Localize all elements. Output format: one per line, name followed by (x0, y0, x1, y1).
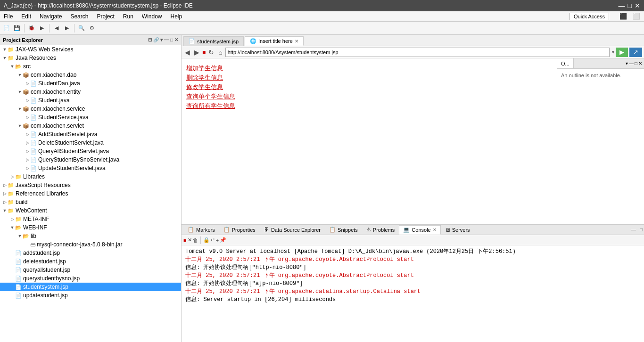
tree-item[interactable]: ▼📁JAX-WS Web Services (0, 45, 181, 54)
tree-arrow-icon[interactable]: ▷ (25, 157, 30, 162)
back-nav-btn[interactable]: ◀ (183, 48, 191, 57)
tab-properties[interactable]: 📋 Properties (219, 225, 260, 235)
menu-help[interactable]: Help (169, 13, 184, 20)
tree-arrow-icon[interactable]: ▼ (17, 90, 23, 94)
menu-file[interactable]: File (2, 13, 15, 20)
run-btn[interactable]: ▶ (37, 24, 47, 33)
tree-arrow-icon[interactable]: ▷ (2, 200, 8, 204)
console-close-icon[interactable]: ✕ (433, 227, 437, 232)
tree-item[interactable]: 📄updatestudent.jsp (0, 291, 181, 300)
tree-item[interactable]: ▼📂WEB-INF (0, 223, 181, 232)
tab-outline[interactable]: O... (557, 58, 574, 68)
tree-arrow-icon[interactable]: ▼ (9, 225, 15, 230)
debug-btn[interactable]: 🐞 (27, 24, 36, 33)
titlebar-controls[interactable]: — □ ✕ (619, 2, 640, 9)
menu-window[interactable]: Window (140, 13, 164, 20)
tab-markers[interactable]: 📋 Markers (183, 225, 219, 235)
open-perspective-icon[interactable]: ⬜ (631, 12, 642, 20)
tree-arrow-icon[interactable]: ▼ (17, 106, 23, 111)
tab-data-source-explorer[interactable]: 🗄 Data Source Explorer (260, 225, 325, 235)
tree-item[interactable]: ▼📁Java Resources (0, 54, 181, 62)
forward-btn[interactable]: ▶ (62, 24, 72, 33)
tree-item[interactable]: ▷📄StudentDao.java (0, 79, 181, 88)
tree-item[interactable]: ▷📄Student.java (0, 96, 181, 105)
remove-btn[interactable]: ✕ (188, 237, 192, 243)
go-btn[interactable]: ▶ (616, 48, 628, 57)
tab-insert-title[interactable]: 🌐 Insert title here ✕ (245, 36, 304, 46)
tree-arrow-icon[interactable]: ▼ (2, 47, 8, 52)
quick-access-btn[interactable]: Quick Access (570, 13, 609, 20)
tree-arrow-icon[interactable]: ▷ (25, 166, 30, 171)
maximize-panel-icon[interactable]: □ (170, 37, 173, 42)
tree-item[interactable]: ▼📂src (0, 62, 181, 71)
terminate-btn[interactable]: ■ (183, 237, 187, 243)
tab-console[interactable]: 💻 Console ✕ (399, 225, 440, 235)
tree-arrow-icon[interactable]: ▷ (9, 174, 15, 179)
bottom-minimize-icon[interactable]: — (630, 227, 637, 233)
close-panel-icon[interactable]: ✕ (174, 37, 178, 42)
tree-arrow-icon[interactable]: ▷ (25, 98, 30, 103)
outline-menu-icon[interactable]: ▾ (626, 61, 628, 66)
outline-maximize-icon[interactable]: □ (635, 61, 637, 66)
tree-item[interactable]: ▼📂lib (0, 232, 181, 240)
tree-arrow-icon[interactable]: ▷ (25, 81, 30, 86)
url-dropdown-icon[interactable]: ▾ (612, 49, 614, 55)
tree-item[interactable]: ▷📁build (0, 198, 181, 206)
editor-link[interactable]: 查询单个学生信息 (186, 92, 552, 101)
menu-project[interactable]: Project (95, 13, 116, 20)
tree-arrow-icon[interactable]: ▷ (9, 217, 15, 221)
tab-studentsystem-jsp[interactable]: 📄 studentsystem.jsp (183, 36, 244, 46)
menu-search[interactable]: Search (68, 13, 90, 20)
tree-item[interactable]: ▷📁Libraries (0, 172, 181, 181)
tab-problems[interactable]: ⚠ Problems (362, 225, 399, 235)
tree-item[interactable]: ▷📁JavaScript Resources (0, 181, 181, 189)
editor-link[interactable]: 删除学生信息 (186, 73, 552, 82)
refresh-btn[interactable]: ↻ (207, 48, 215, 57)
settings-btn[interactable]: ⚙ (87, 24, 97, 33)
tree-item[interactable]: ▼📦com.xiaochen.service (0, 105, 181, 113)
tree-item[interactable]: 📄addstudent.jsp (0, 249, 181, 257)
tree-item[interactable]: ▷📄QueryAllStudentServlet.java (0, 147, 181, 155)
tree-item[interactable]: ▼📁WebContent (0, 206, 181, 215)
tree-item[interactable]: 📄queryallstudent.jsp (0, 266, 181, 274)
scroll-lock-btn[interactable]: 🔒 (203, 237, 210, 243)
tree-item[interactable]: ▷📄StudentService.java (0, 113, 181, 122)
tree-arrow-icon[interactable]: ▷ (25, 115, 30, 120)
home-btn[interactable]: ⌂ (217, 48, 223, 57)
menu-edit[interactable]: Edit (19, 13, 33, 20)
bottom-maximize-icon[interactable]: □ (638, 227, 644, 233)
clear-btn[interactable]: 🗑 (193, 237, 198, 243)
outline-close-icon[interactable]: ✕ (638, 61, 642, 66)
tree-arrow-icon[interactable]: ▼ (2, 208, 8, 213)
collapse-all-icon[interactable]: ⊟ (148, 37, 152, 42)
tree-arrow-icon[interactable]: ▷ (25, 132, 30, 137)
tree-arrow-icon[interactable]: ▷ (25, 140, 30, 145)
tree-arrow-icon[interactable]: ▼ (9, 64, 15, 69)
editor-link[interactable]: 增加学生信息 (186, 64, 552, 73)
tree-item[interactable]: ▷📄DeleteStudentServlet.java (0, 138, 181, 147)
link-editor-icon[interactable]: 🔗 (153, 37, 159, 42)
tree-item[interactable]: 📄deletestudent.jsp (0, 257, 181, 266)
tree-arrow-icon[interactable]: ▷ (2, 191, 8, 196)
stop-btn[interactable]: ■ (202, 49, 206, 56)
pin-console-btn[interactable]: 📌 (220, 237, 226, 243)
outline-minimize-icon[interactable]: — (629, 61, 634, 66)
search-btn[interactable]: 🔍 (77, 24, 86, 33)
minimize-panel-icon[interactable]: — (164, 37, 169, 42)
tree-item[interactable]: ▼📦com.xiaochen.servlet (0, 122, 181, 130)
open-external-btn[interactable]: ↗ (629, 48, 642, 57)
tab-snippets[interactable]: 📋 Snippets (325, 225, 362, 235)
tree-item[interactable]: 🗃mysql-connector-java-5.0.8-bin.jar (0, 240, 181, 249)
perspectives-icon[interactable]: ⬛ (618, 12, 629, 20)
menu-icon[interactable]: ▾ (160, 37, 163, 42)
tree-arrow-icon[interactable]: ▼ (17, 73, 23, 77)
word-wrap-btn[interactable]: ↵ (211, 237, 215, 243)
url-bar[interactable] (225, 48, 610, 57)
close-btn[interactable]: ✕ (635, 2, 640, 9)
tree-item[interactable]: ▷📁Referenced Libraries (0, 189, 181, 198)
tree-item[interactable]: ▷📄AddStudentServlet.java (0, 130, 181, 138)
maximize-btn[interactable]: □ (628, 2, 632, 9)
editor-link[interactable]: 修改学生信息 (186, 83, 552, 91)
tree-item[interactable]: ▷📁META-INF (0, 215, 181, 223)
forward-nav-btn[interactable]: ▶ (193, 48, 201, 57)
